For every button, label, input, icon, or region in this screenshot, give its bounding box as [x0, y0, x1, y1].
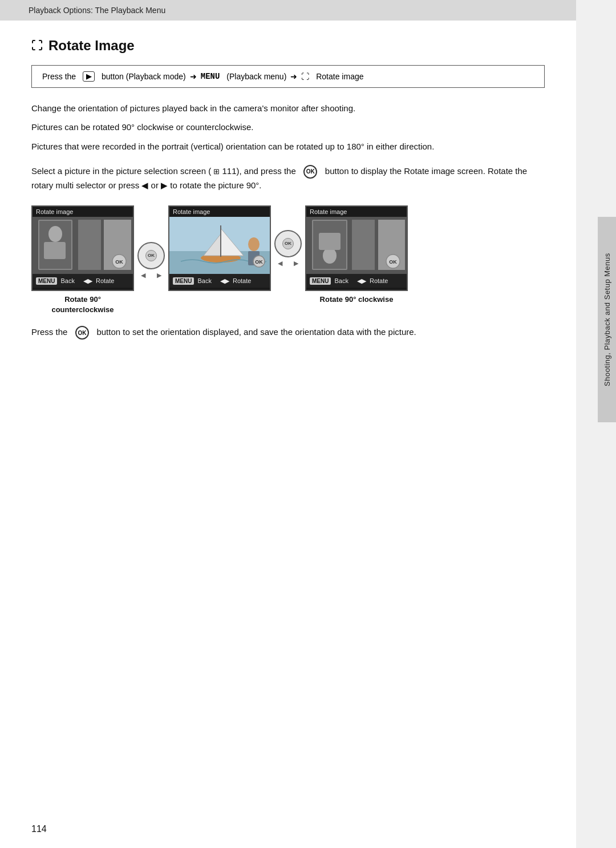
paragraph-1: Change the orientation of pictures playe… — [31, 102, 545, 115]
rotate-label-3: Rotate — [370, 277, 388, 284]
screen1-svg: OK — [33, 217, 133, 274]
selector-outer-2: OK — [274, 230, 302, 257]
svg-rect-5 — [78, 220, 101, 270]
screen-toolbar-2: MENU Back ◀▶ Rotate — [169, 274, 270, 288]
back-label-2: Back — [197, 277, 211, 284]
screen-toolbar-1: MENU Back ◀▶ Rotate — [33, 274, 133, 288]
instruction-suffix: Rotate image — [316, 72, 363, 81]
camera-screen-1: Rotate image — [31, 205, 134, 291]
caption-3a: Rotate 90° clockwise — [320, 295, 394, 304]
screen-label-3: Rotate image — [306, 207, 407, 217]
screen-group-1: Rotate image — [31, 205, 168, 315]
button-label: button (Playback mode) — [102, 72, 186, 81]
screen-image-2: OK — [169, 217, 270, 274]
paragraph-3: Pictures that were recorded in the portr… — [31, 140, 545, 153]
screen-image-1: OK — [33, 217, 133, 274]
svg-rect-24 — [352, 220, 375, 270]
screen-label-1: Rotate image — [33, 207, 133, 217]
selector-control-1: OK ◀ ▶ — [134, 242, 168, 279]
instruction-prefix: Press the — [42, 72, 76, 81]
screen-caption-1: Rotate 90° counterclockwise — [51, 294, 114, 315]
section-title-text: Rotate Image — [48, 38, 135, 54]
screen-caption-3: Rotate 90° clockwise — [320, 294, 394, 305]
caption-1b: counterclockwise — [51, 305, 114, 314]
selector-outer-1: OK — [137, 242, 165, 269]
screen-group-3: Rotate image — [305, 205, 408, 305]
ok-button-icon-2: OK — [75, 326, 89, 340]
screen-label-2: Rotate image — [169, 207, 270, 217]
rotate-icon: ⛶ — [301, 72, 309, 81]
selector-inner-2: OK — [282, 238, 294, 249]
page-number: 114 — [31, 824, 47, 834]
rotate-arrow-2: ◀▶ — [220, 277, 229, 285]
screen3-svg: OK — [306, 217, 407, 274]
screen2-svg: OK — [169, 217, 270, 274]
sel-right-1: ▶ — [157, 272, 161, 279]
screens-row: Rotate image — [31, 205, 545, 315]
back-label-1: Back — [60, 277, 74, 284]
p4a: Select a picture in the picture selectio… — [31, 166, 211, 176]
sidebar-tab: Shooting, Playback and Setup Menus — [598, 217, 616, 422]
sel-right-2: ▶ — [294, 260, 298, 267]
selector-control-2: OK ◀ ▶ — [271, 230, 305, 267]
arrow2: ➜ — [290, 72, 297, 81]
ok-button-icon: OK — [303, 165, 317, 179]
svg-rect-4 — [44, 242, 66, 259]
p5a: Press the — [31, 327, 67, 337]
rotate-label-2: Rotate — [233, 277, 251, 284]
svg-rect-23 — [319, 233, 341, 250]
screen-wrapper-1: Rotate image — [31, 205, 134, 315]
rotate-arrow-1: ◀▶ — [83, 277, 92, 285]
screen-toolbar-3: MENU Back ◀▶ Rotate — [306, 274, 407, 288]
instruction-box: Press the ▶ button (Playback mode) ➜ MEN… — [31, 65, 545, 88]
book-icon: ⊞ — [213, 167, 220, 176]
svg-text:OK: OK — [389, 259, 397, 265]
top-bar: Playback Options: The Playback Menu — [0, 0, 576, 21]
section-title-icon: ⛶ — [31, 39, 43, 53]
svg-point-3 — [48, 226, 62, 242]
menu-badge-1: MENU — [36, 277, 57, 285]
camera-screen-3: Rotate image — [305, 205, 408, 291]
paragraph-2: Pictures can be rotated 90° clockwise or… — [31, 120, 545, 134]
svg-point-22 — [323, 248, 337, 264]
p4b: 111), and press the — [222, 166, 296, 176]
menu-badge-3: MENU — [310, 277, 331, 285]
playback-button-icon: ▶ — [83, 71, 95, 82]
menu-text: MENU — [201, 72, 220, 81]
caption-1a: Rotate 90° — [64, 295, 101, 304]
p5b: button to set the orientation displayed,… — [96, 327, 416, 337]
arrow1: ➜ — [190, 72, 197, 81]
svg-point-15 — [248, 237, 260, 251]
screen-image-3: OK — [306, 217, 407, 274]
screen-group-2: Rotate image — [168, 205, 305, 291]
top-bar-label: Playback Options: The Playback Menu — [29, 6, 165, 15]
rotate-arrow-3: ◀▶ — [357, 277, 366, 285]
screen-wrapper-2: Rotate image — [168, 205, 271, 291]
sel-left-2: ◀ — [278, 260, 282, 267]
rotate-label-1: Rotate — [96, 277, 114, 284]
sidebar-text: Shooting, Playback and Setup Menus — [603, 253, 611, 386]
camera-screen-2: Rotate image — [168, 205, 271, 291]
paragraph-4: Select a picture in the picture selectio… — [31, 164, 545, 192]
back-label-3: Back — [334, 277, 348, 284]
svg-text:OK: OK — [115, 259, 123, 265]
section-title: ⛶ Rotate Image — [31, 38, 545, 54]
paragraph-5: Press the OK button to set the orientati… — [31, 325, 545, 340]
sel-left-1: ◀ — [141, 272, 145, 279]
selector-inner-1: OK — [145, 250, 157, 261]
menu-label: (Playback menu) — [226, 72, 286, 81]
svg-text:OK: OK — [255, 259, 263, 265]
menu-badge-2: MENU — [173, 277, 194, 285]
screen-wrapper-3: Rotate image — [305, 205, 408, 305]
